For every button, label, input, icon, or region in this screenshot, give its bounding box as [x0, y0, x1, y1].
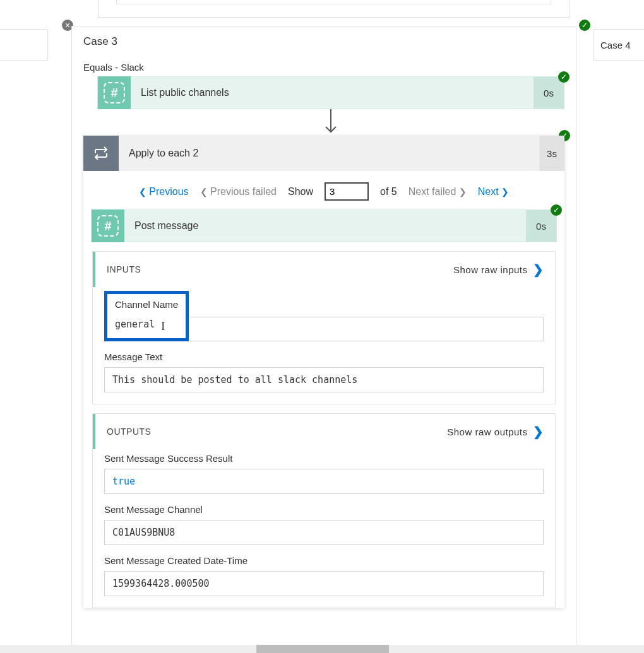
- sent-channel-value: C01AUS9BNU8: [104, 520, 544, 545]
- pager-of-label: of 5: [380, 186, 397, 197]
- pager-next[interactable]: Next ❯: [478, 186, 509, 197]
- loop-icon: [83, 136, 119, 171]
- action-duration: 0s: [534, 77, 564, 109]
- action-duration: 0s: [526, 210, 556, 242]
- case-card: Case 3 Equals - Slack ✓ # List public ch…: [71, 26, 576, 650]
- created-time-value: 1599364428.000500: [104, 571, 544, 596]
- action-label: List public channels: [131, 87, 534, 98]
- check-icon: ✓: [551, 204, 562, 216]
- chevron-right-icon: ❯: [459, 187, 467, 197]
- case-title: Case 3: [83, 35, 564, 48]
- inputs-title: INPUTS: [107, 264, 141, 274]
- check-icon: ✓: [579, 20, 590, 31]
- slack-icon: #: [92, 209, 124, 242]
- message-text-field: Message Text This should be posted to al…: [104, 351, 544, 392]
- outputs-panel: OUTPUTS Show raw outputs ❯ Sent Message …: [92, 413, 556, 608]
- iteration-pager: ❮ Previous ❮ Previous failed Show of 5 N…: [83, 171, 564, 209]
- chevron-left-icon: ❮: [139, 187, 146, 197]
- flow-arrow: [97, 109, 564, 136]
- show-raw-inputs-link[interactable]: Show raw inputs ❯: [453, 262, 544, 277]
- case-tab-left[interactable]: [0, 29, 48, 61]
- message-text-label: Message Text: [104, 351, 544, 362]
- loop-label: Apply to each 2: [119, 148, 539, 159]
- chevron-left-icon: ❮: [200, 187, 208, 197]
- horizontal-scrollbar-track[interactable]: [0, 645, 644, 653]
- success-result-value: true: [104, 469, 544, 494]
- apply-to-each-header[interactable]: Apply to each 2 3s: [83, 136, 564, 171]
- action-list-public-channels[interactable]: ✓ # List public channels 0s: [97, 76, 564, 109]
- arrow-down-icon: [323, 109, 338, 136]
- pager-previous[interactable]: ❮ Previous: [139, 186, 189, 197]
- success-result-field: Sent Message Success Result true: [104, 453, 544, 494]
- previous-case-sliver: [98, 0, 569, 18]
- hash-icon: #: [97, 215, 119, 237]
- channel-name-label: Channel Name: [115, 299, 178, 310]
- pager-next-failed[interactable]: Next failed ❯: [408, 186, 467, 197]
- check-icon: ✓: [558, 71, 569, 83]
- pager-show-label: Show: [288, 186, 313, 197]
- outputs-body: Sent Message Success Result true Sent Me…: [93, 449, 555, 608]
- text-cursor-icon: I: [161, 320, 165, 333]
- sent-channel-field: Sent Message Channel C01AUS9BNU8: [104, 504, 544, 545]
- sent-channel-label: Sent Message Channel: [104, 504, 544, 515]
- action-post-message[interactable]: ✓ # Post message 0s: [91, 209, 557, 242]
- chevron-right-icon: ❯: [533, 424, 544, 439]
- case4-label: Case 4: [600, 40, 631, 50]
- success-result-label: Sent Message Success Result: [104, 453, 544, 464]
- created-time-label: Sent Message Created Date-Time: [104, 555, 544, 566]
- hash-icon: #: [104, 82, 125, 103]
- apply-to-each-container: ✓ Apply to each 2 3s ❮ Previous ❮ Previo…: [83, 136, 564, 608]
- case-tab-right[interactable]: Case 4: [593, 29, 644, 61]
- created-time-field: Sent Message Created Date-Time 159936442…: [104, 555, 544, 596]
- show-raw-outputs-link[interactable]: Show raw outputs ❯: [447, 424, 544, 439]
- channel-name-highlight: Channel Name generalI: [104, 291, 189, 341]
- case-condition-label: Equals - Slack: [83, 62, 564, 73]
- message-text-value: This should be posted to all slack chann…: [104, 367, 544, 392]
- previous-case-inner: [116, 0, 551, 4]
- outputs-title: OUTPUTS: [107, 427, 151, 437]
- slack-icon: #: [98, 76, 131, 109]
- channel-name-value-rest: [186, 317, 544, 341]
- inputs-panel: INPUTS Show raw inputs ❯ Channel Name ge…: [92, 251, 556, 404]
- chevron-right-icon: ❯: [501, 187, 509, 197]
- channel-name-value: generalI: [115, 315, 178, 336]
- action-label: Post message: [124, 220, 526, 232]
- chevron-right-icon: ❯: [533, 262, 544, 277]
- outputs-header: OUTPUTS Show raw outputs ❯: [93, 414, 555, 449]
- inputs-body: Channel Name generalI Message Text This …: [93, 287, 555, 404]
- pager-previous-failed[interactable]: ❮ Previous failed: [200, 186, 277, 197]
- horizontal-scrollbar-thumb[interactable]: [256, 645, 389, 653]
- action-post-message-wrapper: ✓ # Post message 0s: [91, 209, 557, 242]
- loop-duration: 3s: [539, 136, 564, 171]
- inputs-header: INPUTS Show raw inputs ❯: [93, 252, 555, 287]
- pager-current-input[interactable]: [325, 182, 369, 201]
